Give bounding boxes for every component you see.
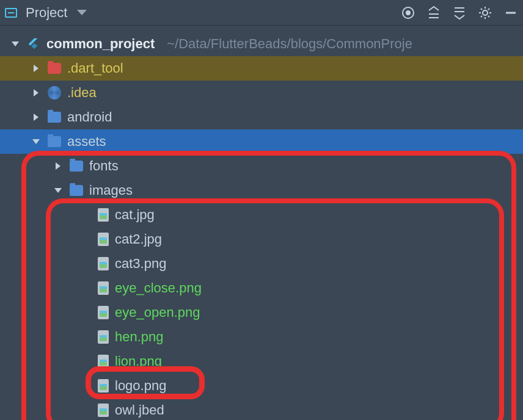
toolbar: Project: [0, 0, 523, 26]
chevron-down-icon[interactable]: [53, 185, 64, 196]
tree-row-file[interactable]: owl.jbed: [0, 398, 523, 420]
folder-icon: [48, 136, 61, 147]
root-name: common_project: [46, 36, 155, 52]
project-tree: common_project ~/Data/FlutterBeads/blogs…: [0, 26, 523, 420]
flutter-icon: [27, 37, 40, 51]
file-label: hen.png: [115, 329, 164, 345]
chevron-down-icon[interactable]: [31, 136, 42, 147]
file-label: owl.jbed: [115, 402, 164, 418]
tree-row-root[interactable]: common_project ~/Data/FlutterBeads/blogs…: [0, 32, 523, 56]
image-file-icon: [98, 281, 109, 295]
collapse-all-icon[interactable]: [452, 5, 467, 20]
tree-row-android[interactable]: android: [0, 105, 523, 129]
file-label: eye_open.png: [115, 305, 200, 320]
folder-label: .dart_tool: [67, 60, 123, 76]
folder-label: assets: [67, 134, 106, 150]
chevron-right-icon[interactable]: [31, 87, 42, 98]
root-path: ~/Data/FlutterBeads/blogs/CommonProje: [167, 36, 412, 52]
folder-icon: [70, 185, 83, 196]
select-opened-file-icon[interactable]: [401, 5, 415, 20]
expand-all-icon[interactable]: [426, 5, 441, 20]
svg-point-1: [406, 11, 410, 15]
folder-label: fonts: [89, 158, 119, 174]
image-file-icon: [98, 355, 109, 368]
image-file-icon: [98, 404, 109, 417]
image-file-icon: [98, 330, 109, 344]
chevron-right-icon[interactable]: [31, 112, 42, 123]
chevron-down-icon[interactable]: [10, 38, 21, 49]
folder-label: images: [89, 183, 133, 198]
image-file-icon: [98, 208, 109, 222]
tree-row-assets[interactable]: assets: [0, 129, 523, 154]
tree-row-images[interactable]: images: [0, 178, 523, 203]
file-label: cat3.png: [115, 256, 166, 272]
tree-row-fonts[interactable]: fonts: [0, 154, 523, 178]
dropdown-arrow-icon[interactable]: [77, 10, 87, 15]
toolbar-left: Project: [5, 5, 401, 21]
svg-point-2: [483, 10, 488, 15]
chevron-right-icon[interactable]: [31, 63, 42, 74]
project-label[interactable]: Project: [26, 5, 67, 21]
file-label: lion.png: [115, 353, 162, 369]
toolbar-right: [401, 5, 518, 20]
folder-label: .idea: [67, 85, 97, 101]
folder-icon: [48, 63, 61, 74]
tree-row-file[interactable]: eye_open.png: [0, 300, 523, 325]
file-label: cat.jpg: [115, 207, 155, 223]
image-file-icon: [98, 379, 109, 393]
tree-row-file[interactable]: cat2.jpg: [0, 227, 523, 252]
file-label: eye_close.png: [115, 280, 202, 296]
folder-label: android: [67, 109, 112, 125]
file-label: cat2.jpg: [115, 231, 162, 247]
file-label: logo.png: [115, 378, 166, 394]
tree-row-file[interactable]: cat3.png: [0, 252, 523, 276]
image-file-icon: [98, 233, 109, 246]
image-file-icon: [98, 257, 109, 270]
settings-icon[interactable]: [478, 5, 492, 20]
tree-row-file[interactable]: logo.png: [0, 374, 523, 398]
tree-row-file[interactable]: eye_close.png: [0, 276, 523, 300]
tree-row-file[interactable]: hen.png: [0, 325, 523, 349]
tree-row-file[interactable]: cat.jpg: [0, 203, 523, 227]
tree-row-idea[interactable]: .idea: [0, 81, 523, 105]
image-file-icon: [98, 306, 109, 319]
hide-icon[interactable]: [503, 5, 518, 20]
folder-icon: [70, 161, 83, 172]
chevron-right-icon[interactable]: [53, 161, 64, 172]
tree-row-dart-tool[interactable]: .dart_tool: [0, 56, 523, 81]
project-tool-window-icon: [5, 8, 17, 18]
folder-icon: [48, 112, 61, 123]
tree-row-file-lion[interactable]: lion.png: [0, 349, 523, 374]
pinwheel-icon: [48, 86, 61, 100]
